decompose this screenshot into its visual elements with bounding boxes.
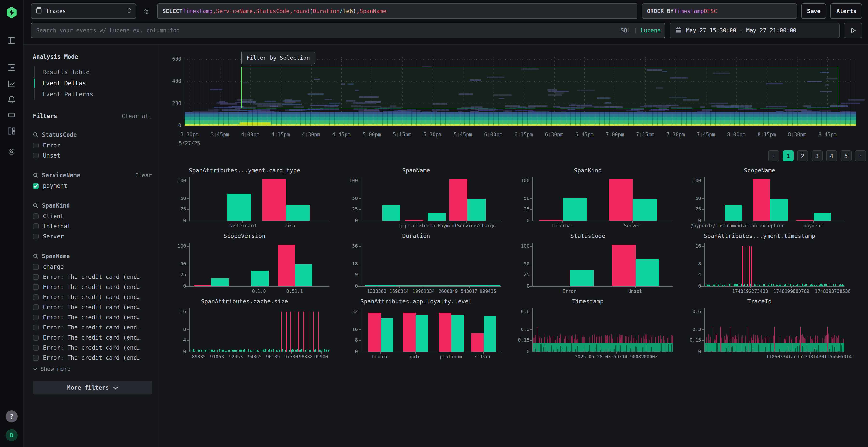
- checkbox-payment-0[interactable]: [33, 183, 38, 188]
- bar-spankind: [609, 179, 633, 220]
- filter-option-error-the-credit-card-end[interactable]: Error: The credit card (end…: [33, 342, 152, 353]
- chart-y-tickmark: [359, 220, 361, 221]
- chart-x-label-2600849: 2600849: [438, 288, 458, 294]
- source-selector[interactable]: Traces: [31, 3, 136, 19]
- chart-y-tickmark: [702, 352, 704, 352]
- chart-y-tick: 0.15: [510, 337, 529, 342]
- stripe-band-texture: [551, 345, 552, 352]
- filter-option-error-the-credit-card-end[interactable]: Error: The credit card (end…: [33, 292, 152, 302]
- rug-tick: [756, 285, 757, 286]
- stripe-band-texture: [555, 347, 556, 352]
- source-settings-gear-icon[interactable]: [140, 3, 153, 19]
- checkbox-error-the-credit-card-end-1[interactable]: [33, 274, 38, 280]
- pagination-page-2[interactable]: 2: [797, 150, 808, 161]
- filter-option-payment[interactable]: payment: [33, 181, 152, 191]
- filter-option-error-the-credit-card-end[interactable]: Error: The credit card (end…: [33, 272, 152, 282]
- filter-option-error-the-credit-card-end[interactable]: Error: The credit card (end…: [33, 332, 152, 342]
- time-range-picker[interactable]: May 27 15:30:00 - May 27 21:00:00: [670, 23, 840, 38]
- filter-option-unset[interactable]: Unset: [33, 150, 152, 161]
- analysis-mode-item-results-table[interactable]: Results Table: [35, 66, 152, 77]
- rug-tick: [254, 350, 254, 352]
- filter-option-error-the-credit-card-end[interactable]: Error: The credit card (end…: [33, 282, 152, 292]
- help-button[interactable]: ?: [5, 410, 18, 422]
- filter-option-client[interactable]: Client: [33, 211, 152, 221]
- order-by-input[interactable]: ORDER BY Timestamp DESC: [642, 3, 797, 19]
- filter-option-error-the-credit-card-end[interactable]: Error: The credit card (end…: [33, 302, 152, 312]
- filter-by-selection-tooltip[interactable]: Filter by Selection: [241, 51, 315, 64]
- checkbox-error-the-credit-card-end-4[interactable]: [33, 304, 38, 310]
- bar-spanattributes-app-loyalty-level: [381, 318, 393, 352]
- chart-y-tickmark: [702, 246, 704, 247]
- filter-option-label: Error: The credit card (end…: [43, 294, 141, 300]
- clear-all-button[interactable]: Clear all: [122, 113, 152, 119]
- checkbox-server-2[interactable]: [33, 233, 38, 239]
- checkbox-error-the-credit-card-end-5[interactable]: [33, 314, 38, 320]
- pagination-next-button[interactable]: ›: [855, 150, 866, 161]
- more-filters-button[interactable]: More filters: [33, 381, 152, 394]
- filter-option-error[interactable]: Error: [33, 140, 152, 150]
- alerts-button[interactable]: Alerts: [831, 3, 862, 19]
- chart-y-tick: 0: [339, 283, 358, 288]
- hyperdx-logo[interactable]: [5, 6, 18, 19]
- filter-option-internal[interactable]: Internal: [33, 221, 152, 231]
- search-logs-icon[interactable]: [5, 61, 18, 74]
- checkbox-error-the-credit-card-end-3[interactable]: [33, 294, 38, 300]
- analysis-mode-item-event-patterns[interactable]: Event Patterns: [35, 89, 152, 100]
- user-avatar[interactable]: D: [5, 429, 18, 441]
- alerts-bell-icon[interactable]: [5, 94, 18, 106]
- pagination-prev-button[interactable]: ‹: [768, 150, 779, 161]
- rug-tick: [284, 350, 285, 352]
- dashboards-icon[interactable]: [5, 125, 18, 137]
- query-token: /: [340, 8, 343, 14]
- filter-option-server[interactable]: Server: [33, 231, 152, 241]
- chart-y-tick: 50: [167, 261, 186, 266]
- run-query-button[interactable]: [844, 23, 862, 38]
- chart-y-tick: 36: [339, 243, 358, 248]
- select-query-input[interactable]: SELECT Timestamp,ServiceName,StatusCode,…: [157, 3, 638, 19]
- heatmap-cell: [221, 103, 237, 105]
- show-more-button[interactable]: Show more: [33, 366, 152, 372]
- stripe-band-texture: [751, 343, 752, 352]
- rug-tick: [730, 284, 731, 286]
- checkbox-error-0[interactable]: [33, 142, 38, 148]
- filter-option-label: Error: The credit card (end…: [43, 273, 141, 280]
- stripe-band-texture: [614, 349, 615, 352]
- sql-toggle[interactable]: SQL: [620, 27, 630, 34]
- checkbox-internal-1[interactable]: [33, 223, 38, 229]
- checkbox-error-the-credit-card-end-6[interactable]: [33, 324, 38, 330]
- checkbox-error-the-credit-card-end-7[interactable]: [33, 335, 38, 340]
- checkbox-error-the-credit-card-end-2[interactable]: [33, 284, 38, 290]
- pagination-page-3[interactable]: 3: [812, 150, 823, 161]
- save-button[interactable]: Save: [802, 3, 826, 19]
- checkbox-error-the-credit-card-end-9[interactable]: [33, 355, 38, 360]
- chart-x-label-1748199880789: 1748199880789: [774, 288, 809, 294]
- stripe-band-texture: [620, 345, 621, 352]
- filter-option-error-the-credit-card-end[interactable]: Error: The credit card (end…: [33, 312, 152, 322]
- filter-option-charge[interactable]: charge: [33, 262, 152, 272]
- filter-option-error-the-credit-card-end[interactable]: Error: The credit card (end…: [33, 353, 152, 363]
- checkbox-unset-1[interactable]: [33, 152, 38, 158]
- filter-option-error-the-credit-card-end[interactable]: Error: The credit card (end…: [33, 322, 152, 332]
- sessions-laptop-icon[interactable]: [5, 109, 18, 122]
- settings-gear-icon[interactable]: [5, 145, 18, 158]
- checkbox-charge-0[interactable]: [33, 264, 38, 270]
- panel-toggle-icon[interactable]: [5, 34, 18, 47]
- rug-tick: [797, 284, 798, 286]
- pagination-page-5[interactable]: 5: [840, 150, 851, 161]
- checkbox-error-the-credit-card-end-8[interactable]: [33, 345, 38, 350]
- heatmap-x-tick: 4:30pm: [302, 132, 320, 137]
- pagination-page-1[interactable]: 1: [783, 150, 794, 161]
- rug-tick: [253, 349, 253, 352]
- analysis-mode-item-event-deltas[interactable]: Event Deltas: [35, 77, 152, 89]
- heatmap-cell: [210, 89, 222, 90]
- checkbox-client-0[interactable]: [33, 213, 38, 219]
- heatmap-x-tick: 8:45pm: [818, 132, 837, 137]
- chart-icon[interactable]: [5, 77, 18, 90]
- rug-tick: [738, 284, 738, 286]
- rug-tick: [273, 349, 274, 352]
- clear-filter-button[interactable]: Clear: [135, 172, 152, 179]
- lucene-toggle[interactable]: Lucene: [641, 27, 661, 34]
- selection-rect[interactable]: [241, 67, 838, 108]
- pagination-page-4[interactable]: 4: [826, 150, 837, 161]
- search-input[interactable]: [31, 23, 665, 38]
